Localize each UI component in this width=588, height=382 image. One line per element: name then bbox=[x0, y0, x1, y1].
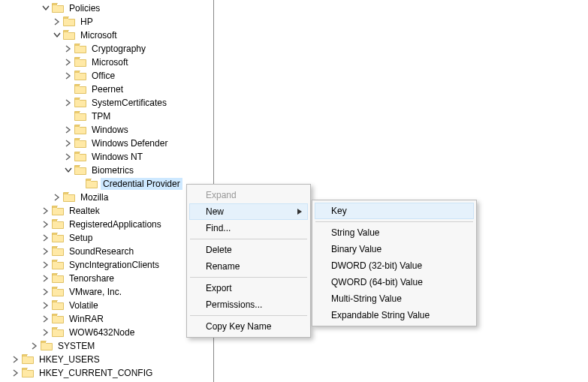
submenu-string[interactable]: String Value bbox=[315, 224, 474, 241]
registry-tree[interactable]: PoliciesHPMicrosoftCryptographyMicrosoft… bbox=[0, 0, 214, 382]
tree-node-label[interactable]: HP bbox=[78, 16, 95, 28]
menu-delete[interactable]: Delete bbox=[189, 242, 308, 258]
tree-node[interactable]: Cryptography bbox=[0, 42, 213, 56]
chevron-right-icon[interactable] bbox=[41, 206, 50, 215]
tree-node-label[interactable]: Setup bbox=[67, 232, 95, 244]
tree-node[interactable]: Windows Defender bbox=[0, 137, 213, 150]
tree-node-label[interactable]: TPM bbox=[89, 110, 113, 122]
submenu-dword[interactable]: DWORD (32-bit) Value bbox=[315, 257, 474, 274]
tree-node-label[interactable]: SYSTEM bbox=[56, 340, 97, 352]
tree-node-label[interactable]: WOW6432Node bbox=[67, 326, 137, 338]
tree-node-label[interactable]: Windows bbox=[89, 124, 131, 136]
tree-node[interactable]: HP bbox=[0, 15, 213, 29]
tree-node[interactable]: Realtek bbox=[0, 204, 213, 218]
submenu-expand[interactable]: Expandable String Value bbox=[315, 307, 474, 323]
tree-node-label[interactable]: Cryptography bbox=[89, 43, 148, 55]
chevron-right-icon[interactable] bbox=[64, 139, 73, 148]
menu-permissions[interactable]: Permissions... bbox=[189, 296, 308, 313]
chevron-right-icon[interactable] bbox=[64, 98, 73, 107]
tree-node-label[interactable]: Policies bbox=[67, 2, 102, 14]
chevron-right-icon[interactable] bbox=[41, 287, 50, 296]
chevron-down-icon[interactable] bbox=[53, 31, 62, 40]
chevron-right-icon[interactable] bbox=[41, 274, 50, 283]
submenu-multi[interactable]: Multi-String Value bbox=[315, 290, 474, 307]
tree-node-label[interactable]: Windows Defender bbox=[89, 137, 170, 149]
tree-node-label[interactable]: SystemCertificates bbox=[89, 97, 169, 109]
chevron-right-icon[interactable] bbox=[64, 152, 73, 161]
chevron-right-icon[interactable] bbox=[30, 341, 39, 350]
submenu-qword[interactable]: QWORD (64-bit) Value bbox=[315, 274, 474, 290]
chevron-right-icon[interactable] bbox=[41, 220, 50, 229]
tree-node[interactable]: VMware, Inc. bbox=[0, 285, 213, 299]
tree-node-label[interactable]: Microsoft bbox=[89, 56, 131, 68]
chevron-down-icon[interactable] bbox=[41, 4, 50, 13]
tree-node-label[interactable]: Peernet bbox=[89, 83, 125, 95]
tree-node[interactable]: Windows NT bbox=[0, 150, 213, 164]
folder-icon bbox=[74, 98, 86, 108]
tree-node[interactable]: RegisteredApplications bbox=[0, 218, 213, 231]
tree-node-label[interactable]: SoundResearch bbox=[67, 245, 136, 257]
tree-node-label[interactable]: Credential Provider bbox=[101, 178, 182, 190]
tree-node[interactable]: Windows bbox=[0, 123, 213, 137]
tree-node[interactable]: HKEY_USERS bbox=[0, 353, 213, 366]
tree-node[interactable]: HKEY_CURRENT_CONFIG bbox=[0, 366, 213, 380]
tree-node[interactable]: SoundResearch bbox=[0, 245, 213, 258]
tree-node[interactable]: Mozilla bbox=[0, 191, 213, 204]
tree-node-label[interactable]: VMware, Inc. bbox=[67, 286, 124, 298]
chevron-right-icon[interactable] bbox=[41, 328, 50, 337]
menu-new[interactable]: New bbox=[189, 203, 308, 220]
tree-node[interactable]: Credential Provider bbox=[0, 177, 213, 191]
tree-node[interactable]: WOW6432Node bbox=[0, 326, 213, 339]
chevron-right-icon[interactable] bbox=[41, 247, 50, 256]
tree-node[interactable]: Biometrics bbox=[0, 164, 213, 177]
tree-node-label[interactable]: Biometrics bbox=[89, 164, 136, 176]
folder-icon bbox=[74, 165, 86, 176]
tree-node-label[interactable]: Mozilla bbox=[78, 191, 110, 203]
menu-copy-key-name[interactable]: Copy Key Name bbox=[189, 318, 308, 335]
chevron-right-icon[interactable] bbox=[64, 71, 73, 80]
tree-node[interactable]: SyncIntegrationClients bbox=[0, 258, 213, 272]
tree-node[interactable]: Peernet bbox=[0, 83, 213, 96]
chevron-right-icon[interactable] bbox=[11, 355, 20, 364]
tree-node-label[interactable]: SyncIntegrationClients bbox=[67, 259, 161, 271]
tree-node-label[interactable]: Office bbox=[89, 70, 117, 82]
chevron-right-icon[interactable] bbox=[53, 193, 62, 202]
menu-find[interactable]: Find... bbox=[189, 220, 308, 236]
tree-node[interactable]: Microsoft bbox=[0, 29, 213, 42]
chevron-right-icon[interactable] bbox=[64, 44, 73, 53]
tree-node[interactable]: SystemCertificates bbox=[0, 96, 213, 110]
tree-node[interactable]: WinRAR bbox=[0, 312, 213, 326]
tree-node[interactable]: Microsoft bbox=[0, 56, 213, 69]
chevron-right-icon[interactable] bbox=[41, 233, 50, 242]
tree-node-label[interactable]: Tenorshare bbox=[67, 272, 116, 284]
chevron-right-icon[interactable] bbox=[41, 301, 50, 310]
submenu-key[interactable]: Key bbox=[315, 203, 474, 219]
tree-node-label[interactable]: RegisteredApplications bbox=[67, 218, 164, 230]
tree-node-label[interactable]: WinRAR bbox=[67, 313, 106, 325]
tree-node-label[interactable]: Volatile bbox=[67, 299, 101, 311]
tree-node-label[interactable]: HKEY_CURRENT_CONFIG bbox=[37, 367, 155, 379]
tree-node[interactable]: TPM bbox=[0, 110, 213, 123]
submenu-binary[interactable]: Binary Value bbox=[315, 241, 474, 257]
tree-node[interactable]: Office bbox=[0, 69, 213, 83]
tree-node-label[interactable]: Microsoft bbox=[78, 29, 119, 41]
menu-export[interactable]: Export bbox=[189, 280, 308, 296]
chevron-down-icon[interactable] bbox=[64, 166, 73, 175]
menu-rename[interactable]: Rename bbox=[189, 258, 308, 275]
tree-node[interactable]: Policies bbox=[0, 2, 213, 15]
chevron-right-icon[interactable] bbox=[53, 17, 62, 26]
tree-node[interactable]: Tenorshare bbox=[0, 272, 213, 285]
chevron-right-icon[interactable] bbox=[11, 368, 20, 377]
folder-icon bbox=[22, 368, 34, 378]
chevron-right-icon[interactable] bbox=[64, 58, 73, 67]
chevron-right-icon[interactable] bbox=[41, 314, 50, 323]
folder-icon bbox=[63, 17, 75, 27]
tree-node[interactable]: Setup bbox=[0, 231, 213, 245]
chevron-right-icon[interactable] bbox=[41, 260, 50, 269]
tree-node-label[interactable]: Windows NT bbox=[89, 151, 145, 163]
chevron-right-icon[interactable] bbox=[64, 125, 73, 134]
tree-node-label[interactable]: Realtek bbox=[67, 205, 102, 217]
tree-node[interactable]: SYSTEM bbox=[0, 339, 213, 353]
tree-node[interactable]: Volatile bbox=[0, 299, 213, 312]
tree-node-label[interactable]: HKEY_USERS bbox=[37, 353, 102, 365]
